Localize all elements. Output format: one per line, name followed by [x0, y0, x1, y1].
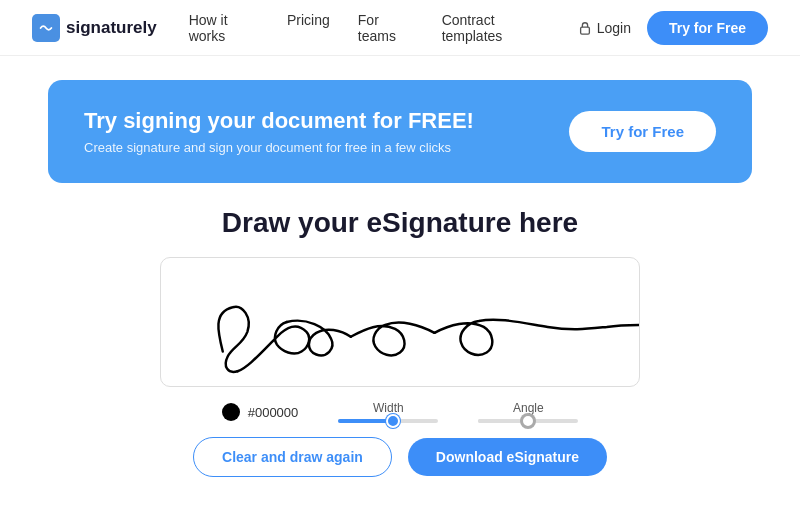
- width-label: Width: [373, 401, 404, 415]
- main-content: Draw your eSignature here #000000 Width …: [0, 207, 800, 477]
- banner-text: Try signing your document for FREE! Crea…: [84, 108, 474, 155]
- color-value: #000000: [248, 405, 299, 420]
- login-button[interactable]: Login: [578, 20, 631, 36]
- angle-label: Angle: [513, 401, 544, 415]
- page-title: Draw your eSignature here: [48, 207, 752, 239]
- angle-slider[interactable]: [478, 419, 578, 423]
- signature-canvas[interactable]: [160, 257, 640, 387]
- banner-heading: Try signing your document for FREE!: [84, 108, 474, 134]
- nav-how-it-works[interactable]: How it works: [189, 12, 259, 44]
- width-thumb[interactable]: [386, 414, 400, 428]
- nav-contract-templates[interactable]: Contract templates: [442, 12, 546, 44]
- promo-banner: Try signing your document for FREE! Crea…: [48, 80, 752, 183]
- download-button[interactable]: Download eSignature: [408, 438, 607, 476]
- angle-slider-group: Angle: [478, 401, 578, 423]
- width-slider-group: Width: [338, 401, 438, 423]
- signature-drawing: [161, 258, 639, 386]
- signature-controls: #000000 Width Angle: [160, 401, 640, 423]
- try-free-nav-button[interactable]: Try for Free: [647, 11, 768, 45]
- color-swatch[interactable]: [222, 403, 240, 421]
- svg-rect-1: [580, 27, 589, 34]
- nav-links: How it works Pricing For teams Contract …: [189, 12, 546, 44]
- logo[interactable]: signaturely: [32, 14, 157, 42]
- lock-icon: [578, 21, 592, 35]
- logo-text: signaturely: [66, 18, 157, 38]
- nav-pricing[interactable]: Pricing: [287, 12, 330, 44]
- banner-subtext: Create signature and sign your document …: [84, 140, 474, 155]
- banner-cta-button[interactable]: Try for Free: [569, 111, 716, 152]
- nav-for-teams[interactable]: For teams: [358, 12, 414, 44]
- color-control[interactable]: #000000: [222, 403, 299, 421]
- action-buttons: Clear and draw again Download eSignature: [48, 437, 752, 477]
- clear-button[interactable]: Clear and draw again: [193, 437, 392, 477]
- width-slider[interactable]: [338, 419, 438, 423]
- width-fill: [338, 419, 393, 423]
- logo-icon: [32, 14, 60, 42]
- login-label: Login: [597, 20, 631, 36]
- navbar: signaturely How it works Pricing For tea…: [0, 0, 800, 56]
- nav-right: Login Try for Free: [578, 11, 768, 45]
- angle-thumb[interactable]: [521, 414, 535, 428]
